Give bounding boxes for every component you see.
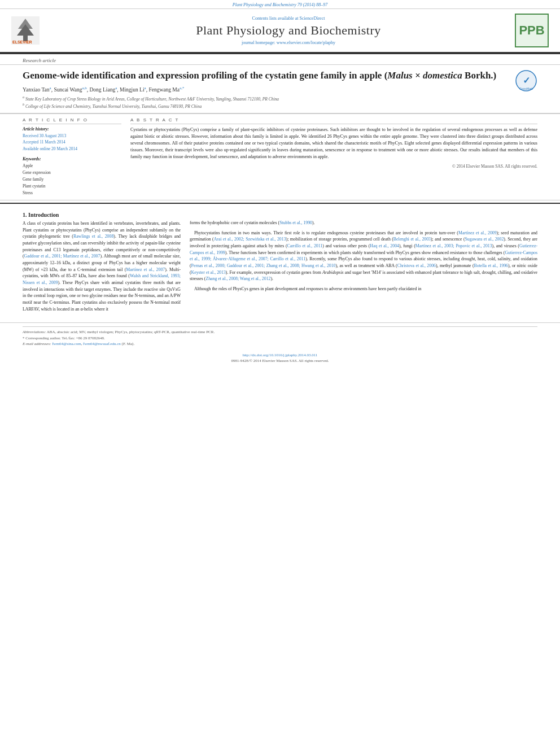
abstract-title: A B S T R A C T [130,117,537,124]
abbreviations-footnote: Abbreviations: ABA, abscisic acid; MV, m… [23,329,537,335]
homepage-url[interactable]: www.elsevier.com/locate/plaphy [277,40,335,45]
journal-reference: Plant Physiology and Biochemistry 79 (20… [0,0,560,9]
journal-reference-text: Plant Physiology and Biochemistry 79 (20… [233,2,327,7]
info-abstract-section: A R T I C L E I N F O Article history: R… [0,114,560,200]
cite-arai[interactable]: Arai et al., 2002; Szewińska et al., 201… [214,237,286,242]
sup-a: a [50,86,51,90]
sup-a3: a [145,86,146,90]
doi-line[interactable]: http://dx.doi.org/10.1016/j.jplaphy.2014… [0,353,560,357]
ppb-logo: PPB [515,14,549,47]
crossmark-icon[interactable]: ✓ CrossMark [515,69,537,92]
keyword-gene-family: Gene family [23,176,121,183]
cite-martinez2009[interactable]: Martínez et al., 2009 [458,230,497,235]
elsevier-logo: ELSEVIER [11,16,73,45]
intro-right-para2: Phytocystatins function in two main ways… [190,230,537,283]
elsevier-logo-area: ELSEVIER [11,16,73,45]
copyright-line: © 2014 Elsevier Masson SAS. All rights r… [130,164,537,169]
elsevier-tree-icon: ELSEVIER [11,16,40,45]
received-line: Received 30 August 2013 [23,133,121,139]
journal-title: Plant Physiology and Biochemistry [73,23,504,38]
article-info: A R T I C L E I N F O Article history: R… [23,117,121,196]
cite-haq[interactable]: Haq et al., 2004 [370,243,399,248]
footnote-section: Abbreviations: ABA, abscisic acid; MV, m… [0,322,560,351]
cite-sugawara[interactable]: Sugawara et al., 2002 [465,237,504,242]
sup-a2: a [115,86,117,90]
article-title-text: Genome-wide identification and expressio… [23,69,506,110]
article-main-title: Genome-wide identification and expressio… [23,69,506,82]
sup-b-label: b [23,103,24,106]
keyword-apple: Apple [23,163,121,169]
cite-botella[interactable]: Botella et al., 1996 [474,263,508,268]
article-authors: Yanxiao Tana, Suncai Wanga,b, Dong Liang… [23,86,506,93]
intro-left-col: 1. Introduction A class of cystatin prot… [23,212,181,313]
homepage-line: journal homepage: www.elsevier.com/locat… [73,40,504,45]
bottom-bar: 0981-9428/© 2014 Elsevier Masson SAS. Al… [0,359,560,365]
svg-text:CrossMark: CrossMark [519,87,533,90]
cite-rawlings[interactable]: Rawlings et al., 2008 [73,234,113,239]
cite-walsh[interactable]: Walsh and Strickland, 1993; Nissen et al… [23,273,181,285]
bottom-bar-text: 0981-9428/© 2014 Elsevier Masson SAS. Al… [231,359,329,363]
abbreviations-label: Abbreviations: [23,330,46,334]
email-label: E-mail addresses: [23,342,51,346]
title-prefix: Genome-wide identification and expressio… [23,70,387,81]
affiliation-a: a State Key Laboratory of Crop Stress Bi… [23,95,506,102]
cite-carrillo[interactable]: Carrillo et al., 2011 [287,243,323,248]
body-divider [0,203,560,204]
cite-christova[interactable]: Christova et al., 2006 [397,263,436,268]
svg-text:✓: ✓ [523,76,530,85]
cite-stubbs[interactable]: Stubbs et al., 1990 [279,220,312,225]
article-title-section: Genome-wide identification and expressio… [0,65,560,113]
intro-right-text: forms the hydrophobic core of cystatin m… [190,220,537,226]
email-link1[interactable]: fwm64@sina.com [52,342,81,346]
contents-line: Contents lists available at ScienceDirec… [73,16,504,21]
corresponding-footnote: * Corresponding author. Tel./fax: +86 29… [23,335,537,342]
intro-left-text: A class of cystatin proteins has been id… [23,220,181,313]
sup-ab: a,b [82,86,86,90]
article-info-title: A R T I C L E I N F O [23,117,121,124]
history-title: Article history: [23,126,121,132]
cite-belenghi[interactable]: Belenghi et al., 2003 [393,237,431,242]
footnote-divider [23,326,537,327]
journal-title-area: Contents lists available at ScienceDirec… [73,16,504,45]
homepage-label: journal homepage: [242,40,277,45]
abstract-section: A B S T R A C T Cystatins or phytocystat… [130,117,537,196]
title-suffix: Borkh.) [462,70,496,81]
cite-martinez2003[interactable]: Martínez et al., 2003; Popovic et al., 2… [415,243,492,248]
cite-pernas[interactable]: Pernas et al., 2000; Gaddour et al., 200… [191,263,336,268]
keywords-title: Keywords: [23,156,121,161]
intro-right-para3: Although the roles of PhysCys genes in p… [190,286,537,292]
title-italic: Malus × domestica [387,70,462,81]
accepted-line: Accepted 11 March 2014 [23,139,121,145]
main-body: 1. Introduction A class of cystatin prot… [0,206,560,318]
doi-text[interactable]: http://dx.doi.org/10.1016/j.jplaphy.2014… [243,353,318,357]
email-link2[interactable]: fwm64@nwsuaf.edu.cn [83,342,121,346]
journal-header: ELSEVIER Contents lists available at Sci… [0,9,560,53]
abstract-text: Cystatins or phytocystatins (PhyCys) com… [130,126,537,160]
cite-gaddour[interactable]: Gaddour et al., 2001; Martínez et al., 2… [24,254,100,259]
arabidopsis-italic: Arabidopsis [322,270,344,275]
intro-heading: 1. Introduction [23,212,181,218]
cite-gutierrez2[interactable]: Gutierrez-Campos et al., 1999; Álvarez-A… [190,250,537,262]
sup-a-label: a [23,95,24,99]
contents-label: Contents lists available at [252,16,299,21]
sup-a-star: a,* [180,86,184,90]
svg-text:ELSEVIER: ELSEVIER [12,40,32,44]
keyword-stress: Stress [23,190,121,196]
available-line: Available online 20 March 2014 [23,146,121,152]
cite-martinez2007[interactable]: Martínez et al., 2007 [126,267,165,272]
sciencedirect-link[interactable]: ScienceDirect [300,16,325,21]
intro-right-col: forms the hydrophobic core of cystatin m… [190,212,537,313]
email-footnote: E-mail addresses: fwm64@sina.com, fwm64@… [23,341,537,347]
cite-zhang2008[interactable]: Zhang et al., 2008; Wang et al., 2012 [205,276,270,281]
ppb-logo-area: PPB [504,14,549,47]
article-type-label: Research article [23,58,56,63]
keyword-plant-cystatin: Plant cystatin [23,183,121,190]
crossmark-svg: ✓ CrossMark [515,69,537,92]
affiliation-b: b College of Life Science and Chemistry,… [23,102,506,110]
article-type-bar: Research article [0,54,560,65]
cite-keyster[interactable]: Keyster et al., 2013 [191,270,226,275]
keyword-gene-expression: Gene expression [23,169,121,176]
